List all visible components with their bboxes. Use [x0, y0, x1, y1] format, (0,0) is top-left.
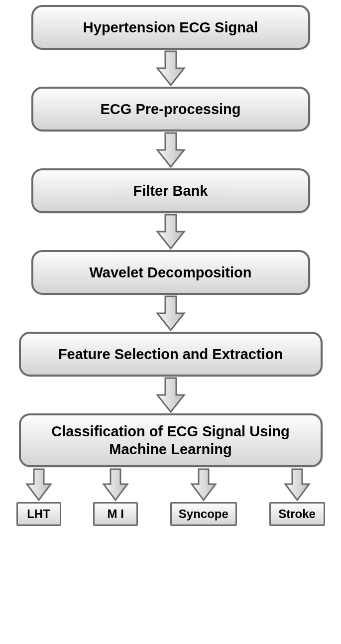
stage-box-1: Hypertension ECG Signal: [31, 5, 310, 50]
output-label: Syncope: [179, 507, 228, 521]
stage-box-4: Wavelet Decomposition: [31, 250, 310, 295]
arrow-down-4: [155, 295, 186, 332]
outputs-row: LHT M I Syncope: [16, 467, 325, 526]
flowchart: Hypertension ECG Signal ECG Pre-processi…: [5, 5, 336, 526]
arrow-out-1: [25, 467, 53, 502]
output-col-3: Syncope: [170, 467, 237, 526]
output-col-1: LHT: [16, 467, 61, 526]
output-label: LHT: [27, 507, 50, 521]
arrow-down-1: [155, 50, 186, 87]
stage-label: Classification of ECG Signal Using Machi…: [31, 422, 311, 459]
stage-label: ECG Pre-processing: [100, 100, 240, 118]
stage-box-2: ECG Pre-processing: [31, 87, 310, 131]
arrow-down-2: [155, 131, 186, 168]
stage-box-3: Filter Bank: [31, 168, 310, 213]
arrow-down-3: [155, 213, 186, 250]
output-col-4: Stroke: [269, 467, 325, 526]
output-box-4: Stroke: [269, 502, 325, 526]
stage-label: Hypertension ECG Signal: [83, 18, 258, 36]
stage-box-6: Classification of ECG Signal Using Machi…: [19, 413, 323, 467]
stage-label: Feature Selection and Extraction: [58, 345, 283, 363]
arrow-out-3: [190, 467, 218, 502]
output-col-2: M I: [93, 467, 138, 526]
output-box-2: M I: [93, 502, 138, 526]
output-label: M I: [107, 507, 123, 521]
stage-label: Filter Bank: [133, 182, 208, 200]
output-label: Stroke: [278, 507, 316, 521]
arrow-down-5: [155, 377, 186, 413]
output-box-1: LHT: [16, 502, 61, 526]
arrow-out-2: [102, 467, 129, 502]
output-box-3: Syncope: [170, 502, 237, 526]
stage-label: Wavelet Decomposition: [89, 263, 251, 281]
stage-box-5: Feature Selection and Extraction: [19, 332, 323, 377]
arrow-out-4: [283, 467, 311, 502]
